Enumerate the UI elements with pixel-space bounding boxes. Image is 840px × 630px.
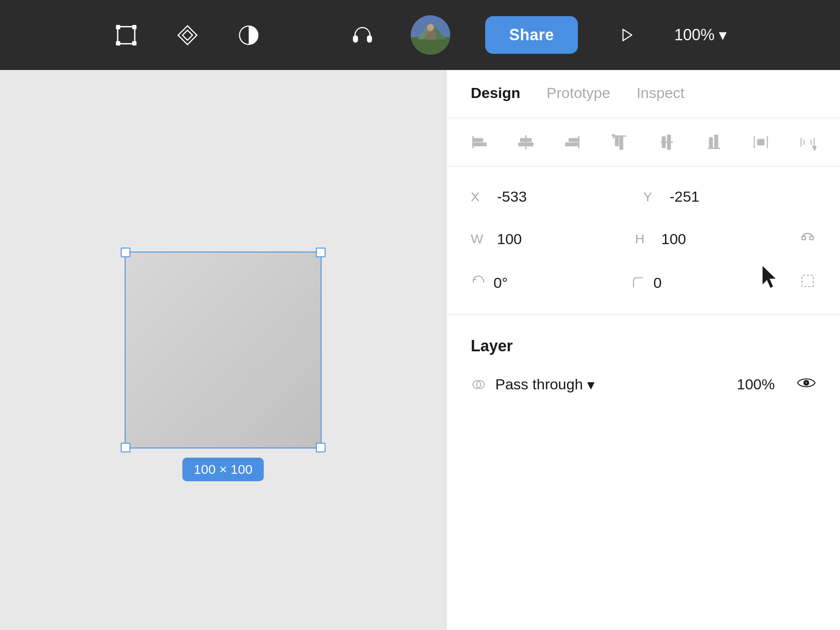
rotation-value[interactable]: 0° (494, 274, 631, 291)
corner-radius-icon (631, 275, 646, 290)
svg-rect-44 (810, 236, 813, 240)
blend-mode-icon (471, 377, 486, 392)
selected-element-wrapper: 100 × 100 (125, 252, 322, 448)
y-label: Y (644, 189, 670, 204)
align-top-icon[interactable]: T̄ (605, 129, 634, 155)
component-icon[interactable] (175, 22, 201, 48)
share-button[interactable]: Share (485, 16, 578, 54)
frame-select-icon[interactable] (113, 22, 140, 48)
canvas[interactable]: 100 × 100 (0, 70, 446, 630)
align-bottom-icon[interactable] (699, 129, 728, 155)
tab-design[interactable]: Design (471, 84, 520, 103)
align-toolbar: T̄ (447, 118, 840, 166)
align-middle-vertical-icon[interactable] (652, 129, 682, 155)
cursor-indicator (759, 264, 781, 294)
align-right-icon[interactable] (558, 129, 588, 155)
constrain-proportions-icon[interactable] (799, 227, 816, 251)
distribute-icon[interactable] (746, 129, 775, 155)
properties-section: X -533 Y -251 W 100 H 100 (447, 166, 840, 315)
zoom-control[interactable]: 100% ▾ (674, 26, 727, 44)
svg-rect-21 (519, 143, 533, 146)
svg-rect-4 (133, 42, 136, 45)
blend-mode-chevron-icon: ▾ (587, 376, 595, 393)
panel-tabs: Design Prototype Inspect (447, 70, 840, 118)
svg-rect-3 (116, 42, 120, 45)
svg-rect-20 (521, 139, 531, 141)
y-value[interactable]: -251 (670, 188, 816, 205)
svg-text:▾: ▾ (813, 144, 816, 151)
blend-mode-selector[interactable]: Pass through ▾ (495, 376, 595, 393)
position-row: X -533 Y -251 (471, 188, 816, 205)
more-align-options-icon[interactable]: ▾ (793, 129, 822, 155)
svg-point-13 (427, 24, 434, 31)
avatar[interactable] (411, 15, 450, 55)
h-label: H (635, 231, 662, 246)
zoom-value: 100% (674, 26, 714, 44)
opacity-value[interactable]: 100% (737, 376, 775, 393)
clip-content-icon[interactable] (799, 273, 816, 293)
x-value[interactable]: -533 (497, 188, 644, 205)
align-center-horizontal-icon[interactable] (511, 129, 540, 155)
svg-rect-14 (425, 31, 436, 40)
size-row: W 100 H 100 (471, 227, 816, 251)
svg-marker-15 (623, 29, 632, 41)
svg-rect-45 (802, 275, 813, 287)
size-label: 100 × 100 (182, 458, 264, 481)
zoom-chevron-icon: ▾ (719, 26, 727, 44)
headphones-icon[interactable] (350, 22, 376, 48)
svg-rect-34 (715, 135, 718, 147)
layer-blend-row: Pass through ▾ 100% (471, 375, 816, 394)
h-value[interactable]: 100 (662, 231, 800, 248)
handle-top-right[interactable] (316, 248, 326, 257)
main-area: 100 × 100 Design Prototype Inspect (0, 70, 840, 630)
svg-rect-43 (802, 236, 805, 240)
svg-rect-23 (569, 139, 578, 141)
w-value[interactable]: 100 (497, 231, 635, 248)
svg-rect-2 (133, 25, 136, 29)
svg-rect-31 (668, 135, 670, 149)
handle-bottom-right[interactable] (316, 443, 326, 452)
handle-top-left[interactable] (121, 248, 130, 257)
svg-rect-33 (710, 138, 712, 147)
toolbar: Share 100% ▾ (0, 0, 840, 70)
svg-rect-7 (368, 36, 371, 42)
layer-section: Layer Pass through ▾ 100% (447, 315, 840, 416)
svg-rect-0 (118, 27, 135, 44)
theme-icon[interactable] (236, 22, 262, 48)
svg-rect-17 (474, 139, 483, 141)
svg-rect-6 (354, 36, 357, 42)
svg-point-49 (805, 382, 808, 384)
rotation-icon (471, 275, 486, 290)
svg-rect-1 (116, 25, 120, 29)
tab-prototype[interactable]: Prototype (546, 84, 610, 103)
svg-rect-30 (662, 137, 665, 147)
w-label: W (471, 231, 497, 246)
tab-inspect[interactable]: Inspect (637, 84, 685, 103)
svg-rect-18 (474, 143, 486, 146)
blend-mode-value: Pass through (495, 376, 583, 393)
svg-rect-37 (758, 140, 764, 145)
svg-rect-24 (566, 143, 578, 146)
play-button[interactable] (613, 22, 639, 48)
svg-rect-26 (616, 137, 618, 146)
handle-bottom-left[interactable] (121, 443, 130, 452)
align-left-icon[interactable] (464, 129, 494, 155)
svg-rect-27 (620, 137, 623, 149)
selected-box[interactable] (125, 252, 322, 448)
right-panel: Design Prototype Inspect (446, 70, 840, 630)
layer-title: Layer (471, 337, 816, 355)
visibility-toggle-icon[interactable] (797, 375, 816, 394)
x-label: X (471, 189, 497, 204)
svg-text:T̄: T̄ (612, 135, 615, 139)
